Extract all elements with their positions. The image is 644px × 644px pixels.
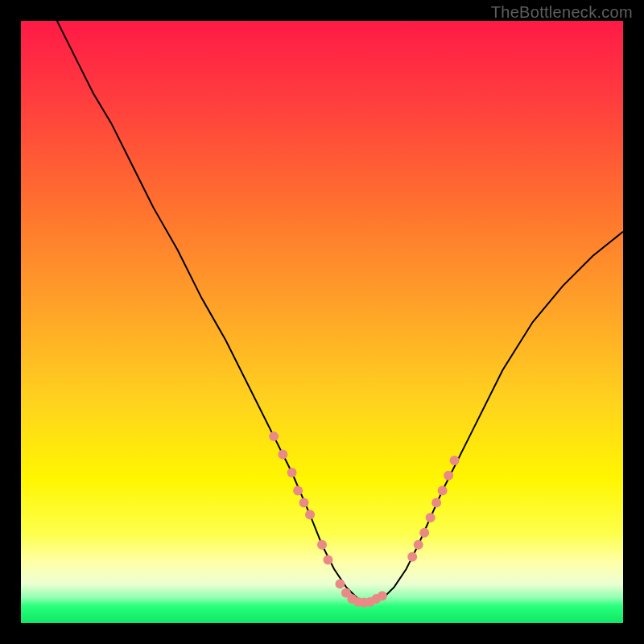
data-marker xyxy=(323,555,332,564)
data-marker xyxy=(317,540,327,550)
data-marker xyxy=(293,485,303,495)
data-marker xyxy=(299,497,309,507)
data-marker xyxy=(444,471,453,481)
data-marker xyxy=(335,579,345,588)
data-marker xyxy=(438,485,448,495)
data-marker xyxy=(450,456,460,465)
data-marker xyxy=(419,528,429,538)
data-marker xyxy=(431,497,441,507)
data-marker xyxy=(287,468,297,477)
data-marker xyxy=(378,591,387,601)
data-marker xyxy=(305,510,315,519)
data-marker xyxy=(407,552,417,562)
data-marker xyxy=(278,450,287,460)
data-marker xyxy=(414,540,423,550)
watermark-label: TheBottleneck.com xyxy=(491,3,633,22)
chart-plot-area xyxy=(21,21,623,623)
data-marker xyxy=(426,513,436,522)
data-marker xyxy=(269,431,279,441)
chart-svg xyxy=(21,21,623,623)
